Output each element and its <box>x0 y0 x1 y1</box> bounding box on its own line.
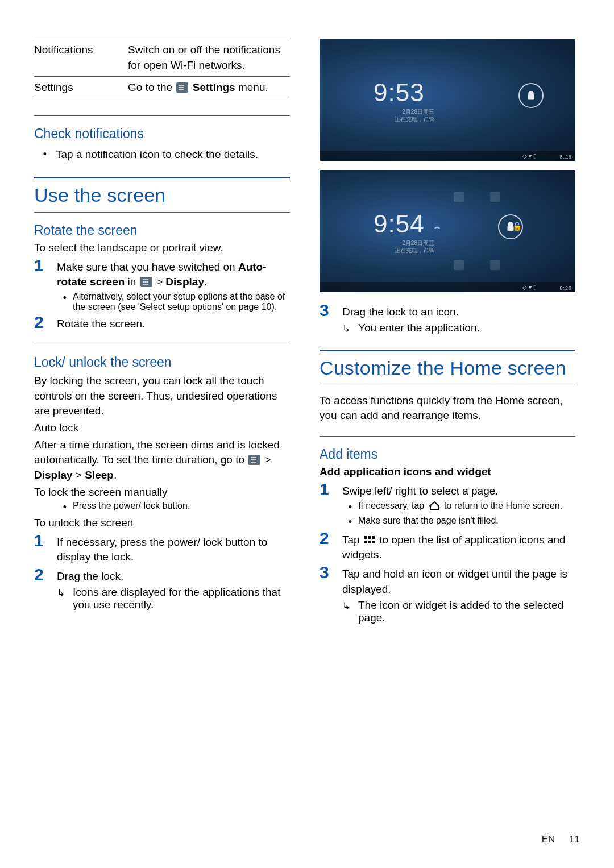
step-body: Drag the lock to an icon. ↳ You enter th… <box>342 301 575 335</box>
step-text: Tap and hold an icon or widget until the… <box>342 567 575 596</box>
bullet-text: Tap a notification icon to check the det… <box>56 148 290 161</box>
home-icon <box>428 501 441 512</box>
step-text: Drag the lock to an icon. <box>342 305 575 319</box>
svg-rect-0 <box>528 95 534 99</box>
step: 1 If necessary, press the power/ lock bu… <box>34 531 290 564</box>
status-icons: ◇ ▾ ▯ <box>522 284 537 290</box>
step-number: 3 <box>320 563 342 624</box>
text: Settings <box>189 81 235 93</box>
footer-lang: EN <box>542 834 555 845</box>
step-number: 1 <box>320 480 342 528</box>
right-column: 9:53 2月28日周三 正在充电，71% ◇ ▾ ▯ 8:28 9:54 2月… <box>320 39 575 624</box>
section-heading: Check notifications <box>34 126 290 142</box>
step-body: Make sure that you have switched on Auto… <box>57 256 290 312</box>
lead-text: To select the landscape or portrait view… <box>34 242 290 254</box>
step: 1 Swipe left/ right to select a page. • … <box>320 480 575 528</box>
text: to open the list of application icons an… <box>342 534 566 560</box>
text: > <box>73 469 85 481</box>
table-row: Notifications Switch on or off the notif… <box>34 39 290 76</box>
step: 2 Rotate the screen. <box>34 313 290 331</box>
h1-heading: Use the screen <box>34 184 290 206</box>
text: . <box>204 276 207 288</box>
page-columns: Notifications Switch on or off the notif… <box>34 39 580 624</box>
text: to return to the Home screen. <box>442 501 563 510</box>
rule <box>34 115 290 116</box>
paragraph: After a time duration, the screen dims a… <box>34 438 290 483</box>
lock-ring[interactable] <box>518 83 544 108</box>
bullet-text: If necessary, tap to return to the Home … <box>358 501 575 513</box>
sub-bullet: • Press the power/ lock button. <box>34 501 290 513</box>
app-shortcut-icon[interactable] <box>432 225 442 235</box>
settings-icon <box>176 82 188 93</box>
rule <box>320 385 575 385</box>
step: 2 Drag the lock. ↳ Icons are displayed f… <box>34 566 290 611</box>
step-body: Tap to open the list of application icon… <box>342 529 575 562</box>
sub-heading: Add application icons and widget <box>320 466 575 478</box>
status-time: 8:28 <box>559 154 572 160</box>
app-shortcut-icon[interactable] <box>454 260 464 270</box>
sub-heading: To unlock the screen <box>34 517 290 529</box>
bullet: • Tap a notification icon to check the d… <box>34 148 290 161</box>
text: menu. <box>235 81 268 93</box>
paragraph: By locking the screen, you can lock all … <box>34 373 290 418</box>
step: 3 Drag the lock to an icon. ↳ You enter … <box>320 301 575 335</box>
step-body: If necessary, press the power/ lock butt… <box>57 531 290 564</box>
step-body: Drag the lock. ↳ Icons are displayed for… <box>57 566 290 611</box>
result-item: ↳ You enter the application. <box>342 322 575 335</box>
left-column: Notifications Switch on or off the notif… <box>34 39 290 624</box>
text: 正在充电，71% <box>395 116 434 122</box>
bullet-text: Make sure that the page isn't filled. <box>358 516 575 528</box>
text: If necessary, tap <box>358 501 427 510</box>
rule <box>320 436 575 437</box>
step: 2 Tap to open the list of application ic… <box>320 529 575 562</box>
text: Tap <box>342 534 363 546</box>
sub-heading: Auto lock <box>34 422 290 434</box>
page-footer: EN 11 <box>542 834 580 845</box>
bullet-dot: • <box>34 148 56 161</box>
text: > <box>154 276 166 288</box>
sub-bullet: • Alternatively, select your setup optio… <box>57 292 290 312</box>
sub-heading: To lock the screen manually <box>34 486 290 499</box>
step-text: Swipe left/ right to select a page. <box>342 484 575 499</box>
step-list: 3 Drag the lock to an icon. ↳ You enter … <box>320 301 575 335</box>
paragraph: To access functions quickly from the Hom… <box>320 393 575 423</box>
result-text: You enter the application. <box>358 322 575 335</box>
unlock-icon[interactable]: 🔓 <box>512 221 522 231</box>
step-body: Swipe left/ right to select a page. • If… <box>342 480 575 528</box>
sub-bullet: • If necessary, tap to return to the Hom… <box>342 501 575 513</box>
bullet-dot: • <box>342 501 358 513</box>
result-item: ↳ The icon or widget is added to the sel… <box>342 599 575 624</box>
app-shortcut-icon[interactable] <box>490 192 500 202</box>
cell-label: Notifications <box>34 39 128 76</box>
table-row: Settings Go to the Settings menu. <box>34 77 290 99</box>
bullet-dot: • <box>342 516 358 528</box>
step-text: Make sure that you have switched on Auto… <box>57 260 290 289</box>
rule-thick <box>34 177 290 178</box>
lockscreen-screenshot-2: 9:54 2月28日周三 正在充电，71% 🔓 ◇ ▾ ▯ 8:28 <box>320 170 575 292</box>
app-shortcut-icon[interactable] <box>454 192 464 202</box>
settings-icon <box>140 277 152 287</box>
arrow-icon: ↳ <box>57 586 73 611</box>
result-item: ↳ Icons are displayed for the applicatio… <box>57 586 290 611</box>
section-heading: Rotate the screen <box>34 223 290 238</box>
rule <box>34 344 290 344</box>
step-text: If necessary, press the power/ lock butt… <box>57 535 290 564</box>
text: Sleep <box>85 469 114 481</box>
bullet-dot: • <box>57 292 73 312</box>
text: Display <box>34 469 73 481</box>
system-bar: ◇ ▾ ▯ 8:28 <box>320 282 575 292</box>
step-number: 1 <box>34 256 57 312</box>
step: 3 Tap and hold an icon or widget until t… <box>320 563 575 624</box>
text: 2月28日周三 <box>402 109 434 115</box>
cell-desc: Switch on or off the notifications for o… <box>128 39 290 76</box>
cell-desc: Go to the Settings menu. <box>128 77 290 99</box>
step-text: Tap to open the list of application icon… <box>342 533 575 562</box>
lockscreen-screenshot-1: 9:53 2月28日周三 正在充电，71% ◇ ▾ ▯ 8:28 <box>320 39 575 161</box>
clock-time: 9:53 <box>374 78 425 107</box>
result-text: The icon or widget is added to the selec… <box>358 599 575 624</box>
step-number: 3 <box>320 301 342 335</box>
text: Make sure that you have switched on <box>57 261 238 273</box>
section-heading: Add items <box>320 447 575 462</box>
app-shortcut-icon[interactable] <box>490 260 500 270</box>
step-list: • Press the power/ lock button. <box>34 501 290 513</box>
